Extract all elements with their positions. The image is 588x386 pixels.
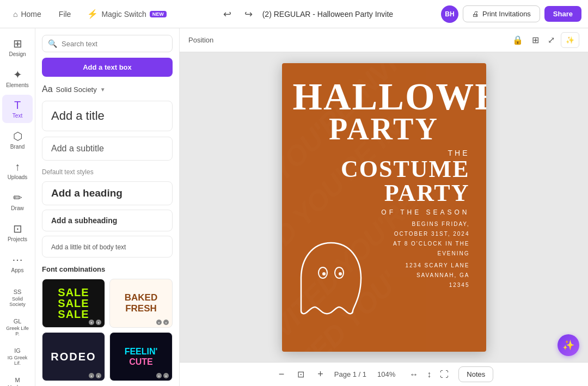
position-label: Position: [188, 36, 213, 44]
of-the-season: OF THE SEASON: [293, 209, 470, 216]
bottom-bar: − ⊡ + Page 1 / 1 104% ↔ ↕ ⛶ Notes: [180, 362, 588, 386]
printer-icon: 🖨: [472, 10, 479, 18]
print-invitations-button[interactable]: 🖨 Print Invitations: [463, 5, 540, 22]
font-combo-rodeo[interactable]: RODEO: [42, 332, 105, 381]
subheading-preview[interactable]: Add a subheading: [42, 210, 173, 231]
fullscreen-button[interactable]: ⛶: [437, 367, 452, 382]
subheading-preview-text: Add a subheading: [51, 216, 117, 225]
home-button[interactable]: ⌂ Home: [7, 7, 48, 22]
sidebar-item-apps[interactable]: ⋯ Apps: [2, 249, 33, 278]
canvas-toolbar: Position 🔒 ⊞ ⤢ ✨: [180, 28, 588, 52]
sidebar-item-uploads[interactable]: ↑ Uploads: [2, 156, 33, 185]
redo-button[interactable]: ↪: [241, 5, 256, 23]
ai-assistant-button[interactable]: ✨: [558, 334, 579, 356]
add-text-box-button[interactable]: Add a text box: [42, 58, 173, 77]
sidebar-item-greek-life[interactable]: GL Greek Life P.: [2, 314, 33, 341]
search-input[interactable]: [62, 40, 167, 48]
sidebar-item-mockups[interactable]: M Mockups: [2, 372, 33, 386]
topbar-right: BH 🖨 Print Invitations Share: [441, 5, 581, 23]
design-content: HALLOWEEN PARTY THE COSTUME PARTY OF THE…: [282, 63, 486, 290]
combo-dot-5[interactable]: [89, 373, 94, 378]
undo-button[interactable]: ↩: [220, 5, 235, 23]
sidebar-greek-life-label: Greek Life P.: [5, 326, 29, 336]
combo-dot-6[interactable]: [96, 373, 101, 378]
search-box[interactable]: 🔍: [42, 35, 173, 52]
sidebar-ig-greek-label: IG Greek Lif.: [5, 355, 29, 366]
avatar-button[interactable]: BH: [441, 5, 458, 23]
canvas-viewport: YOU'RE INVIT ED YOU'RE IN VITED YOU'RE I…: [180, 52, 588, 362]
share-button[interactable]: Share: [544, 6, 581, 22]
search-icon: 🔍: [48, 39, 57, 48]
draw-icon: ✏: [13, 191, 22, 204]
zoom-in-button[interactable]: +: [313, 366, 328, 382]
magic-pen-button[interactable]: ✨: [561, 32, 579, 48]
magic-switch-button[interactable]: ⚡ Magic Switch NEW: [82, 5, 171, 22]
document-title: (2) REGULAR - Halloween Party Invite: [262, 10, 393, 19]
sidebar-item-draw[interactable]: ✏ Draw: [2, 187, 33, 216]
new-badge: NEW: [150, 11, 167, 17]
combo-rodeo-dots: [89, 373, 101, 378]
begins-line3: AT 8 O'CLOCK IN THE: [293, 239, 470, 249]
home-label: Home: [21, 10, 41, 19]
subtitle-preview[interactable]: Add a subtitle: [42, 137, 173, 161]
event-details: BEGINS FRIDAY, OCTOBER 31ST, 2024 AT 8 O…: [293, 219, 470, 259]
fit-height-button[interactable]: ↕: [424, 367, 434, 382]
font-combinations-label: Font combinations: [42, 265, 173, 273]
combo-dot-2[interactable]: [96, 320, 101, 325]
print-label: Print Invitations: [482, 10, 531, 18]
zoom-controls: − ⊡ +: [274, 366, 328, 382]
heading-preview[interactable]: Add a heading: [42, 181, 173, 205]
combo-dot-7[interactable]: [156, 373, 162, 378]
combo-dot-1[interactable]: [89, 320, 94, 325]
topbar-left: ⌂ Home File ⚡ Magic Switch NEW: [7, 5, 172, 22]
magic-switch-label: Magic Switch: [101, 10, 146, 19]
font-provider-name: Solid Society: [56, 85, 97, 94]
file-label: File: [59, 10, 71, 19]
costume-text: COSTUME: [293, 157, 470, 181]
notes-button[interactable]: Notes: [458, 366, 493, 382]
zoom-level[interactable]: 104%: [373, 368, 400, 381]
share-label: Share: [553, 10, 573, 18]
begins-line1: BEGINS FRIDAY,: [293, 219, 470, 229]
chevron-down-icon: ▼: [100, 87, 106, 93]
canvas-area: Position 🔒 ⊞ ⤢ ✨ YOU'RE INVIT ED YOU'RE …: [180, 28, 588, 386]
font-combo-baked[interactable]: BAKEDFRESH: [109, 279, 173, 328]
combo-dot-8[interactable]: [163, 373, 169, 378]
page-info: Page 1 / 1: [334, 370, 366, 378]
apps-icon: ⋯: [12, 253, 23, 266]
sidebar-item-ig-greek[interactable]: IG IG Greek Lif.: [2, 343, 33, 370]
title-preview-text: Add a title: [51, 109, 105, 122]
combo-dot-3[interactable]: [156, 320, 162, 325]
uploads-icon: ↑: [15, 161, 20, 173]
zoom-fit-button[interactable]: ⊡: [293, 367, 309, 382]
sidebar-item-projects[interactable]: ⊡ Projects: [2, 218, 33, 247]
sidebar-item-elements[interactable]: ✦ Elements: [2, 64, 33, 93]
sidebar-item-text[interactable]: T Text: [2, 95, 33, 123]
design-card[interactable]: YOU'RE INVIT ED YOU'RE IN VITED YOU'RE I…: [282, 63, 486, 352]
sidebar-item-solid-society[interactable]: SS Solid Society: [2, 284, 33, 311]
expand-button[interactable]: ⤢: [545, 32, 558, 48]
projects-icon: ⊡: [13, 222, 22, 235]
title-preview[interactable]: Add a title: [42, 101, 173, 131]
ig-greek-icon: IG: [14, 347, 21, 354]
combo-dot-4[interactable]: [163, 320, 169, 325]
font-combo-sale[interactable]: SALESALESALE: [42, 279, 105, 328]
font-combo-feelin[interactable]: FEELIN'CUTE: [109, 332, 173, 381]
grid-button[interactable]: ⊞: [529, 32, 542, 48]
fit-width-button[interactable]: ↔: [406, 367, 421, 382]
zoom-out-button[interactable]: −: [274, 366, 289, 382]
sidebar-projects-label: Projects: [8, 236, 27, 242]
file-button[interactable]: File: [52, 7, 78, 22]
combo-baked-dots: [156, 320, 169, 325]
design-icon: ⊞: [13, 37, 22, 50]
begins-line2: OCTOBER 31ST, 2024: [293, 229, 470, 239]
default-styles-label: Default text styles: [42, 168, 173, 176]
sidebar-item-brand[interactable]: ⬡ Brand: [2, 125, 33, 154]
lock-button[interactable]: 🔒: [510, 32, 526, 48]
sidebar-item-design[interactable]: ⊞ Design: [2, 33, 33, 62]
home-icon: ⌂: [13, 10, 17, 19]
font-provider-row[interactable]: Aa Solid Society ▼: [42, 84, 173, 94]
body-preview[interactable]: Add a little bit of body text: [42, 236, 173, 258]
combo-sale-dots: [89, 320, 101, 325]
heading-preview-text: Add a heading: [51, 187, 122, 199]
